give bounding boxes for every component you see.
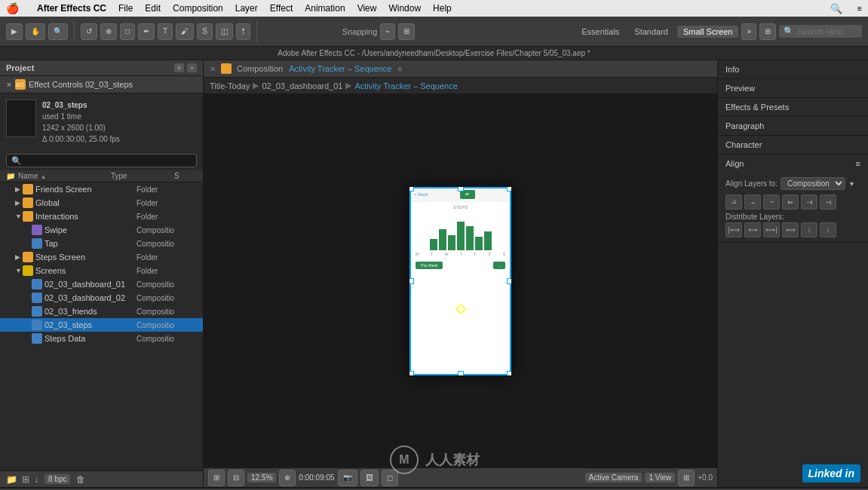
project-list-header: 📁 Name ▲ Type S (0, 170, 203, 182)
tree-item[interactable]: ▼ Screens Folder (0, 264, 203, 277)
workspace-essentials[interactable]: Essentials (575, 26, 625, 38)
handle-middle-right[interactable] (507, 278, 511, 284)
menu-effect[interactable]: Effect (270, 3, 293, 14)
align-top[interactable]: ⫢ (782, 194, 799, 210)
menu-edit[interactable]: Edit (145, 3, 161, 14)
comp-toggle-2[interactable]: ⊟ (228, 470, 244, 486)
dist-bottom[interactable]: ↕ (820, 222, 836, 237)
workspace-standard[interactable]: Standard (628, 26, 674, 38)
menu-view[interactable]: View (357, 3, 377, 14)
toolbar-clone[interactable]: S (197, 23, 213, 40)
menu-layer[interactable]: Layer (235, 3, 258, 14)
toolbar-hand[interactable]: ✋ (26, 23, 45, 40)
tree-item[interactable]: ▶ 02_03_friends Compositio (0, 305, 203, 318)
tree-item[interactable]: ▶ Steps Data Compositio (0, 332, 203, 345)
align-menu-icon[interactable]: ≡ (856, 159, 860, 168)
handle-middle-left[interactable] (409, 278, 414, 284)
snapping-toggle[interactable]: ⌁ (380, 23, 395, 40)
workspace-small-screen[interactable]: Small Screen (677, 26, 738, 38)
dist-left[interactable]: |⟺ (725, 222, 742, 237)
tree-toggle[interactable]: ▼ (15, 267, 23, 274)
tree-item[interactable]: ▶ 02_03_dashboard_02 Compositio (0, 291, 203, 305)
search-input[interactable] (797, 27, 857, 36)
snapping-options[interactable]: ⊞ (398, 23, 415, 40)
tree-item[interactable]: ▶ Friends Screen Folder (0, 182, 203, 196)
tree-toggle[interactable]: ▶ (15, 253, 23, 261)
toolbar-text[interactable]: T (158, 23, 173, 40)
menu-file[interactable]: File (118, 3, 133, 14)
comp-tab-name[interactable]: Activity Tracker – Sequence (289, 64, 391, 73)
apple-menu[interactable]: 🍎 (6, 2, 19, 14)
comp-snapshot[interactable]: 📷 (338, 470, 357, 486)
tree-item[interactable]: ▶ 02_03_dashboard_01 Compositio (0, 277, 203, 291)
comp-fit-btn[interactable]: ⊕ (279, 470, 296, 486)
align-to-select[interactable]: Composition (781, 177, 845, 190)
bpc-display[interactable]: 8 bpc (44, 474, 70, 484)
toolbar-rotate[interactable]: ↺ (81, 23, 97, 40)
trash-icon[interactable]: 🗑 (76, 474, 85, 485)
info-section-header[interactable]: Info (718, 60, 868, 78)
paragraph-header[interactable]: Paragraph (718, 117, 868, 135)
toolbar-eraser[interactable]: ◫ (216, 23, 233, 40)
view-control[interactable]: 1 View (645, 473, 675, 482)
comp-menu-icon[interactable]: ≡ (397, 65, 402, 73)
camera-control[interactable]: Active Camera (585, 473, 643, 482)
preview-section-header[interactable]: Preview (718, 79, 868, 97)
align-right[interactable]: ⫟ (763, 194, 780, 210)
close-icon[interactable]: ✕ (210, 65, 216, 73)
menu-composition[interactable]: Composition (173, 3, 223, 14)
toolbar-pen[interactable]: ✒ (138, 23, 155, 40)
dist-vcenter[interactable]: ↕ (801, 222, 817, 237)
toolbar-puppet[interactable]: † (236, 23, 251, 40)
handle-bottom-right[interactable] (507, 371, 511, 375)
tree-item[interactable]: ▶ Tap Compositio (0, 237, 203, 250)
new-folder-btn[interactable]: 📁 (6, 172, 15, 180)
handle-bottom-left[interactable] (409, 371, 414, 375)
tree-item[interactable]: ▶ Steps Screen Folder (0, 250, 203, 264)
effects-presets-header[interactable]: Effects & Presets (718, 98, 868, 116)
comp-options[interactable]: ⊞ (678, 470, 695, 486)
import-icon[interactable]: ↓ (34, 474, 38, 485)
toolbar-anchor[interactable]: ⊕ (100, 23, 117, 40)
dist-top[interactable]: ⟺ (782, 222, 799, 237)
zoom-control[interactable]: 12.5% (247, 473, 276, 482)
handle-bottom-center[interactable] (458, 371, 464, 375)
new-folder-icon[interactable]: 📁 (6, 474, 17, 485)
toolbar-brush[interactable]: 🖌 (176, 23, 194, 40)
tree-item[interactable]: ▶ Swipe Compositio (0, 223, 203, 237)
align-header[interactable]: Align ≡ (718, 155, 868, 173)
workspace-icon[interactable]: ⊞ (759, 23, 776, 40)
align-bottom[interactable]: ⫤ (820, 194, 836, 210)
project-panel-menu[interactable]: ≡ (174, 63, 184, 72)
tree-item[interactable]: ▶ Global Folder (0, 196, 203, 210)
toolbar-rect[interactable]: □ (120, 23, 135, 40)
menu-animation[interactable]: Animation (305, 3, 345, 14)
dist-right[interactable]: ⟺| (763, 222, 780, 237)
tree-toggle[interactable]: ▶ (15, 199, 23, 207)
comp-toggle-1[interactable]: ⊞ (208, 470, 225, 486)
comp-show-snapshot[interactable]: 🖼 (360, 470, 379, 486)
tree-toggle[interactable]: ▶ (15, 185, 23, 193)
project-panel-expand[interactable]: » (187, 63, 197, 72)
workspace-more[interactable]: » (741, 23, 756, 40)
composition-canvas[interactable]: < Back AT STEPS (204, 94, 717, 467)
breadcrumb-dashboard[interactable]: 02_03_dashboard_01 (262, 81, 342, 90)
tree-toggle[interactable]: ▼ (15, 213, 23, 220)
effect-controls-close[interactable]: ✕ (6, 81, 12, 89)
align-left[interactable]: ⫡ (725, 194, 742, 210)
breadcrumb-title-today[interactable]: Title-Today (210, 81, 250, 90)
toolbar-zoom[interactable]: 🔍 (48, 23, 68, 40)
project-search-input[interactable] (6, 154, 197, 167)
tree-item[interactable]: ▼ Interactions Folder (0, 210, 203, 223)
menu-help[interactable]: Help (433, 3, 452, 14)
menu-window[interactable]: Window (388, 3, 421, 14)
effect-controls-label[interactable]: Effect Controls 02_03_steps (29, 80, 133, 89)
toolbar-arrow[interactable]: ▶ (6, 23, 23, 40)
align-vcenter[interactable]: ⫣ (801, 194, 817, 210)
align-hcenter[interactable]: ⫠ (744, 194, 761, 210)
character-header[interactable]: Character (718, 136, 868, 154)
tree-item-selected[interactable]: ▶ 02_03_steps Compositio (0, 318, 203, 332)
new-comp-icon[interactable]: ⊞ (22, 474, 29, 485)
dist-hcenter[interactable]: ⟺ (744, 222, 761, 237)
right-panel: Info Preview Effects & Presets Paragraph… (717, 60, 868, 487)
